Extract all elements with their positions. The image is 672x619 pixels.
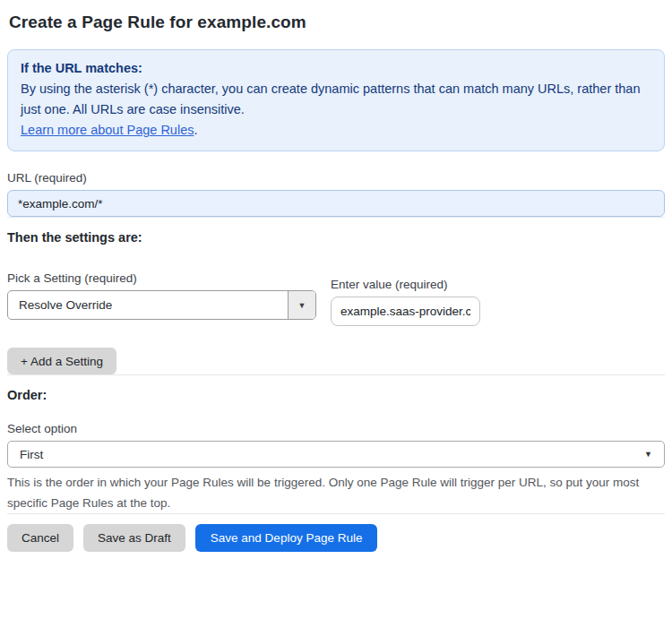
order-select-value: First — [20, 448, 43, 461]
pick-setting-label: Pick a Setting (required) — [7, 271, 316, 285]
learn-more-page-rules-link[interactable]: Learn more about Page Rules — [21, 123, 194, 137]
url-field-label: URL (required) — [7, 171, 665, 185]
order-select-dropdown[interactable]: First ▼ — [7, 441, 665, 468]
page-title: Create a Page Rule for example.com — [9, 13, 665, 32]
setting-value-column: Enter value (required) — [331, 278, 480, 326]
setting-value-input[interactable] — [331, 297, 480, 326]
chevron-down-icon[interactable]: ▼ — [288, 291, 315, 319]
info-box-link-line: Learn more about Page Rules. — [21, 120, 651, 141]
link-suffix-period: . — [194, 123, 197, 137]
info-box-body: By using the asterisk (*) character, you… — [21, 79, 651, 120]
save-as-draft-button[interactable]: Save as Draft — [83, 524, 185, 552]
divider — [7, 217, 665, 218]
setting-select-dropdown[interactable]: Resolve Override ▼ — [7, 290, 316, 320]
divider — [7, 513, 665, 514]
setting-select-value: Resolve Override — [8, 298, 288, 312]
cancel-button[interactable]: Cancel — [7, 524, 73, 552]
url-match-info-box: If the URL matches: By using the asteris… — [7, 49, 665, 151]
footer-button-row: Cancel Save as Draft Save and Deploy Pag… — [7, 524, 665, 552]
order-help-text: This is the order in which your Page Rul… — [7, 472, 665, 513]
enter-value-label: Enter value (required) — [331, 278, 480, 291]
save-and-deploy-button[interactable]: Save and Deploy Page Rule — [195, 524, 378, 552]
add-setting-button[interactable]: + Add a Setting — [7, 348, 116, 374]
settings-row: Pick a Setting (required) Resolve Overri… — [7, 271, 665, 326]
url-input[interactable] — [7, 190, 665, 217]
order-section-heading: Order: — [7, 388, 665, 402]
chevron-down-icon: ▼ — [644, 450, 652, 459]
create-page-rule-panel: Create a Page Rule for example.com If th… — [0, 0, 672, 552]
setting-picker-column: Pick a Setting (required) Resolve Overri… — [7, 271, 316, 326]
settings-section-heading: Then the settings are: — [7, 230, 665, 245]
order-select-label: Select option — [7, 422, 665, 435]
info-box-heading: If the URL matches: — [21, 58, 651, 79]
divider — [7, 374, 665, 375]
